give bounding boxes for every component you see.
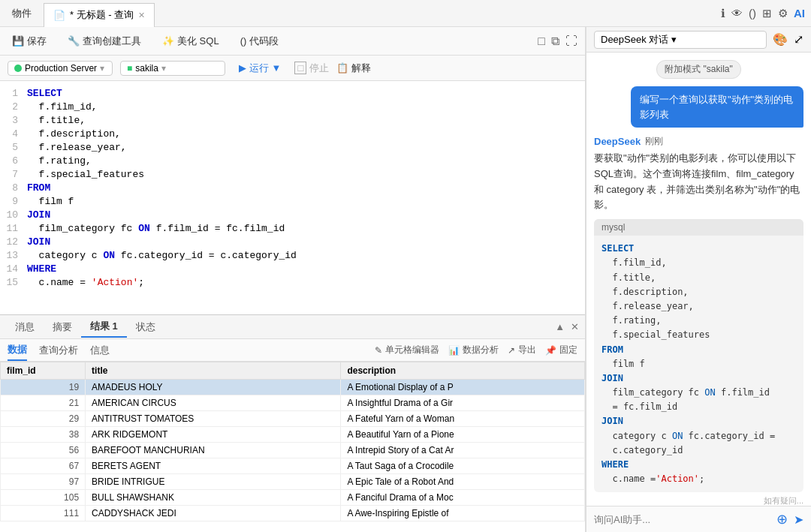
tab-result1[interactable]: 结果 1 [81, 317, 127, 338]
explain-button[interactable]: 📋 解释 [336, 62, 371, 75]
server-selector[interactable]: Production Server ▾ [8, 61, 113, 76]
ai-input[interactable] [594, 514, 770, 525]
ai-time: 刚刚 [645, 135, 663, 148]
beautify-button[interactable]: ✨ 美化 SQL [158, 33, 224, 50]
cell-film-id: 19 [1, 380, 86, 395]
cell-film-id: 67 [1, 458, 86, 474]
cell-description: A Taut Saga of a Crocodile [341, 458, 585, 474]
tab-status[interactable]: 状态 [127, 317, 164, 337]
tab-icon: 📄 [53, 10, 65, 21]
save-button[interactable]: 💾 保存 [8, 33, 51, 50]
stop-label: 停止 [309, 62, 329, 75]
chevron-down-icon: ▾ [100, 63, 104, 74]
beautify-label: 美化 SQL [177, 35, 219, 48]
table-row[interactable]: 111CADDYSHACK JEDIA Awe-Inspiring Epistl… [1, 506, 585, 521]
grid-icon[interactable]: ⊞ [762, 7, 772, 20]
code-segment-icon: () [240, 35, 247, 47]
data-analysis-button[interactable]: 📊 数据分析 [448, 344, 499, 356]
db-selector[interactable]: ■ sakila ▾ [120, 61, 225, 76]
save-icon: 💾 [12, 35, 24, 47]
cell-title: ARK RIDGEMONT [86, 427, 341, 443]
cell-description: A Awe-Inspiring Epistle of [341, 506, 585, 521]
query-tab[interactable]: 📄 * 无标题 - 查询 ✕ [44, 3, 155, 27]
ai-send-icon[interactable]: ➤ [794, 512, 803, 527]
cell-title: BAREFOOT MANCHURIAN [86, 443, 341, 458]
mode-badge: 附加模式 "sakila" [656, 60, 741, 79]
pin-icon: 📌 [545, 345, 556, 356]
toolbar: 💾 保存 🔧 查询创建工具 ✨ 美化 SQL () 代码段 □ [0, 27, 585, 56]
sub-tab-data[interactable]: 数据 [8, 340, 27, 361]
table-row[interactable]: 29ANTITRUST TOMATOESA Fateful Yarn of a … [1, 411, 585, 427]
col-title: title [86, 362, 341, 380]
cell-film-id: 111 [1, 506, 86, 521]
table-row[interactable]: 67BERETS AGENTA Taut Saga of a Crocodile [1, 458, 585, 474]
cell-title: BULL SHAWSHANK [86, 490, 341, 506]
table-row[interactable]: 105BULL SHAWSHANKA Fanciful Drama of a M… [1, 490, 585, 506]
cell-film-id: 105 [1, 490, 86, 506]
export-button[interactable]: ↗ 导出 [508, 344, 536, 356]
cell-editor-icon: ✎ [375, 345, 382, 356]
ai-selector-chevron: ▾ [671, 34, 677, 45]
sub-tab-info[interactable]: 信息 [90, 341, 110, 360]
cell-title: AMADEUS HOLY [86, 380, 341, 395]
code-line-3: 3 f.title, [0, 114, 585, 128]
ai-expand-icon[interactable]: ⤢ [794, 32, 803, 47]
code-segment-label: 代码段 [249, 35, 279, 48]
save-label: 保存 [27, 35, 47, 48]
top-bar: 物件 📄 * 无标题 - 查询 ✕ ℹ 👁 () ⊞ ⚙ AI [0, 0, 811, 27]
server-status-dot [14, 65, 22, 72]
data-table-wrap: film_id title description 19AMADEUS HOLY… [0, 362, 585, 532]
ai-icon[interactable]: AI [794, 7, 805, 20]
run-button[interactable]: ▶ 运行 ▼ [233, 60, 287, 77]
code-line-4: 4 f.description, [0, 128, 585, 141]
ai-model-selector[interactable]: DeepSeek 对话 ▾ [594, 31, 767, 49]
db-chevron-icon: ▾ [161, 63, 166, 74]
table-row[interactable]: 56BAREFOOT MANCHURIANA Intrepid Story of… [1, 443, 585, 458]
query-tool-button[interactable]: 🔧 查询创建工具 [63, 33, 146, 50]
close-icon[interactable]: ✕ [138, 11, 145, 20]
code-line-15: 15 c.name = 'Action'; [0, 276, 585, 290]
info-icon[interactable]: ℹ [721, 7, 725, 20]
server-name: Production Server [25, 63, 97, 74]
close-panel-icon[interactable]: ✕ [571, 321, 579, 332]
window-icon-double[interactable]: ⧉ [551, 35, 559, 48]
panel-controls: ▲ ✕ [555, 321, 579, 332]
gear-icon[interactable]: ⚙ [778, 7, 788, 20]
collapse-up-icon[interactable]: ▲ [555, 321, 565, 332]
ai-avatar: DeepSeek [594, 136, 641, 147]
cell-editor-button[interactable]: ✎ 单元格编辑器 [375, 344, 439, 356]
run-label: 运行 ▼ [249, 62, 281, 75]
ai-code-block: mysql SELECT f.film_id, f.title, f.descr… [594, 219, 803, 492]
table-row[interactable]: 21AMERICAN CIRCUSA Insightful Drama of a… [1, 395, 585, 411]
ai-color-icon[interactable]: 🎨 [773, 32, 788, 47]
sub-tab-analysis[interactable]: 查询分析 [39, 341, 78, 360]
code-segment-button[interactable]: () 代码段 [236, 33, 284, 50]
pin-button[interactable]: 📌 固定 [545, 344, 577, 356]
table-row[interactable]: 97BRIDE INTRIGUEA Epic Tale of a Robot A… [1, 474, 585, 490]
explain-label: 解释 [351, 62, 371, 75]
window-icon-expand[interactable]: ⛶ [565, 35, 577, 48]
eye-icon[interactable]: 👁 [731, 7, 743, 20]
top-icons: ℹ 👁 () ⊞ ⚙ AI [721, 7, 805, 20]
cell-description: A Emotional Display of a P [341, 380, 585, 395]
parens-icon[interactable]: () [749, 7, 756, 20]
cell-description: A Insightful Drama of a Gir [341, 395, 585, 411]
ai-plus-icon[interactable]: ⊕ [776, 511, 788, 527]
table-row[interactable]: 19AMADEUS HOLYA Emotional Display of a P [1, 380, 585, 395]
user-message: 编写一个查询以获取"动作"类别的电影列表 [631, 86, 803, 128]
table-row[interactable]: 38ARK RIDGEMONTA Beautiful Yarn of a Pio… [1, 427, 585, 443]
code-line-11: 11 film_category fc ON f.film_id = fc.fi… [0, 222, 585, 236]
cell-film-id: 56 [1, 443, 86, 458]
code-editor[interactable]: 1 SELECT 2 f.film_id, 3 f.title, 4 f.des… [0, 81, 585, 314]
object-label: 物件 [6, 7, 38, 20]
cell-editor-label: 单元格编辑器 [385, 344, 439, 356]
export-label: 导出 [518, 344, 536, 356]
stop-button[interactable]: □ 停止 [294, 62, 329, 75]
data-analysis-icon: 📊 [448, 345, 460, 356]
tab-title: * 无标题 - 查询 [70, 8, 134, 22]
code-block-body: SELECT f.film_id, f.title, f.description… [594, 236, 803, 492]
tab-summary[interactable]: 摘要 [44, 317, 81, 337]
results-tabs-bar: 消息 摘要 结果 1 状态 ▲ ✕ [0, 315, 585, 339]
window-icon-single[interactable]: □ [538, 35, 545, 48]
tab-messages[interactable]: 消息 [6, 317, 44, 337]
